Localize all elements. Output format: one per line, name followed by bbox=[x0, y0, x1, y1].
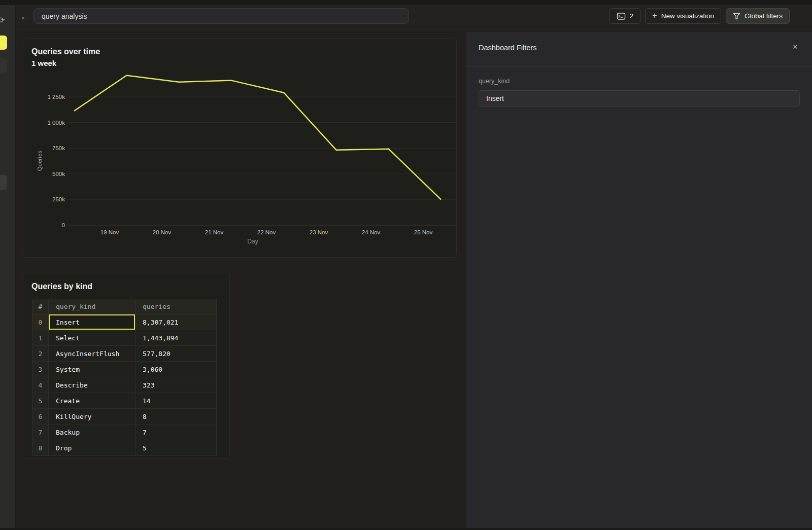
window-bottom-strip bbox=[0, 528, 812, 530]
window-top-strip bbox=[0, 0, 812, 5]
x-tick-label: 23 Nov bbox=[310, 229, 328, 235]
table-title: Queries by kind bbox=[31, 282, 92, 291]
y-tick-label: 0 bbox=[62, 222, 65, 228]
sql-console-tabs-button[interactable]: 2 bbox=[610, 8, 641, 24]
table-row: 7Backup7 bbox=[32, 425, 217, 440]
dashboard-title-input[interactable] bbox=[33, 8, 409, 24]
topbar: ← 2 + New visualization Global filters bbox=[0, 5, 812, 32]
table-row: 5Create14 bbox=[32, 393, 217, 409]
x-tick-label: 22 Nov bbox=[257, 229, 276, 235]
query-kind-filter-input[interactable] bbox=[479, 90, 800, 107]
row-index-cell[interactable]: 0 bbox=[32, 314, 49, 330]
queries-cell[interactable]: 577,820 bbox=[136, 346, 217, 362]
queries-by-kind-card: Queries by kind #query_kindqueries 0Inse… bbox=[23, 273, 230, 459]
plus-icon: + bbox=[652, 11, 657, 20]
row-index-cell[interactable]: 6 bbox=[32, 409, 49, 425]
new-visualization-button[interactable]: + New visualization bbox=[645, 8, 721, 24]
row-index-cell[interactable]: 3 bbox=[32, 362, 49, 377]
x-tick-label: 21 Nov bbox=[205, 229, 224, 235]
table-row: 6KillQuery8 bbox=[32, 409, 217, 425]
topbar-actions: 2 + New visualization Global filters bbox=[610, 8, 790, 24]
column-header-queries[interactable]: queries bbox=[136, 299, 217, 314]
filters-panel-title: Dashboard Filters bbox=[479, 44, 536, 52]
row-index-cell[interactable]: 7 bbox=[32, 425, 49, 440]
row-index-cell[interactable]: 5 bbox=[32, 393, 49, 409]
column-header-query_kind[interactable]: query_kind bbox=[49, 299, 136, 314]
row-index-cell[interactable]: 8 bbox=[32, 440, 49, 456]
console-icon bbox=[617, 12, 626, 20]
table-row: 1Select1,443,894 bbox=[32, 330, 217, 346]
row-index-cell[interactable]: 1 bbox=[32, 330, 49, 346]
query-kind-cell[interactable]: Select bbox=[49, 330, 136, 346]
query-kind-cell[interactable]: AsyncInsertFlush bbox=[49, 346, 136, 362]
query-kind-cell[interactable]: Create bbox=[49, 393, 136, 409]
y-tick-label: 500k bbox=[52, 171, 65, 177]
global-filters-button[interactable]: Global filters bbox=[726, 8, 790, 24]
query-kind-cell[interactable]: Insert bbox=[49, 314, 136, 330]
mini-sidebar: ⟳ bbox=[0, 5, 16, 530]
query-kind-cell[interactable]: Drop bbox=[49, 440, 136, 456]
queries-line-series bbox=[74, 76, 441, 200]
query-kind-cell[interactable]: KillQuery bbox=[49, 409, 136, 425]
y-axis-title: Queries bbox=[37, 151, 43, 171]
queries-cell[interactable]: 3,060 bbox=[136, 362, 217, 377]
queries-over-time-card: 0250k500k750k1 000k1 250k19 Nov20 Nov21 … bbox=[23, 38, 457, 258]
row-index-cell[interactable]: 4 bbox=[32, 377, 49, 393]
history-refresh-icon[interactable]: ⟳ bbox=[0, 15, 5, 25]
y-tick-label: 250k bbox=[52, 196, 65, 202]
queries-cell[interactable]: 7 bbox=[136, 425, 217, 440]
queries-cell[interactable]: 1,443,894 bbox=[136, 330, 217, 346]
filters-panel-header: Dashboard Filters ✕ bbox=[466, 32, 812, 66]
sidebar-item[interactable] bbox=[0, 175, 7, 190]
query-kind-cell[interactable]: System bbox=[49, 362, 136, 377]
row-index-cell[interactable]: 2 bbox=[32, 346, 49, 362]
query-kind-cell[interactable]: Backup bbox=[49, 425, 136, 440]
queries-cell[interactable]: 8 bbox=[136, 409, 217, 425]
column-header-#[interactable]: # bbox=[32, 299, 49, 314]
queries-cell[interactable]: 5 bbox=[136, 440, 217, 456]
x-tick-label: 24 Nov bbox=[362, 229, 381, 235]
new-visualization-label: New visualization bbox=[661, 12, 714, 20]
query-kind-cell[interactable]: Describe bbox=[49, 377, 136, 393]
table-row: 2AsyncInsertFlush577,820 bbox=[32, 346, 217, 362]
y-tick-label: 750k bbox=[52, 145, 65, 151]
chart-title: Queries over time bbox=[31, 47, 100, 56]
back-button[interactable]: ← bbox=[18, 10, 31, 23]
filter-field-label: query_kind bbox=[479, 78, 510, 85]
x-tick-label: 19 Nov bbox=[100, 229, 119, 235]
y-tick-label: 1 250k bbox=[47, 94, 65, 100]
chart-subtitle: 1 week bbox=[31, 59, 56, 67]
sidebar-item-active[interactable] bbox=[0, 36, 7, 50]
table-header: #query_kindqueries bbox=[32, 299, 217, 314]
queries-over-time-plot[interactable]: 0250k500k750k1 000k1 250k19 Nov20 Nov21 … bbox=[23, 39, 457, 258]
table-row: 4Describe323 bbox=[32, 377, 217, 393]
x-axis-title: Day bbox=[247, 238, 258, 245]
table-row: 0Insert8,307,021 bbox=[32, 314, 217, 330]
sidebar-item[interactable] bbox=[0, 58, 7, 73]
table-row: 8Drop5 bbox=[32, 440, 217, 456]
dashboard-filters-panel: Dashboard Filters ✕ query_kind bbox=[466, 32, 812, 530]
tab-count: 2 bbox=[630, 12, 634, 20]
y-tick-label: 1 000k bbox=[47, 120, 65, 126]
filter-funnel-icon bbox=[733, 13, 740, 20]
close-icon[interactable]: ✕ bbox=[791, 43, 800, 52]
queries-cell[interactable]: 323 bbox=[136, 377, 217, 393]
x-tick-label: 20 Nov bbox=[153, 229, 172, 235]
x-tick-label: 25 Nov bbox=[414, 229, 433, 235]
queries-cell[interactable]: 14 bbox=[136, 393, 217, 409]
table-row: 3System3,060 bbox=[32, 362, 217, 377]
queries-by-kind-table: #query_kindqueries 0Insert8,307,0211Sele… bbox=[32, 299, 217, 456]
queries-cell[interactable]: 8,307,021 bbox=[136, 314, 217, 330]
global-filters-label: Global filters bbox=[745, 12, 783, 20]
